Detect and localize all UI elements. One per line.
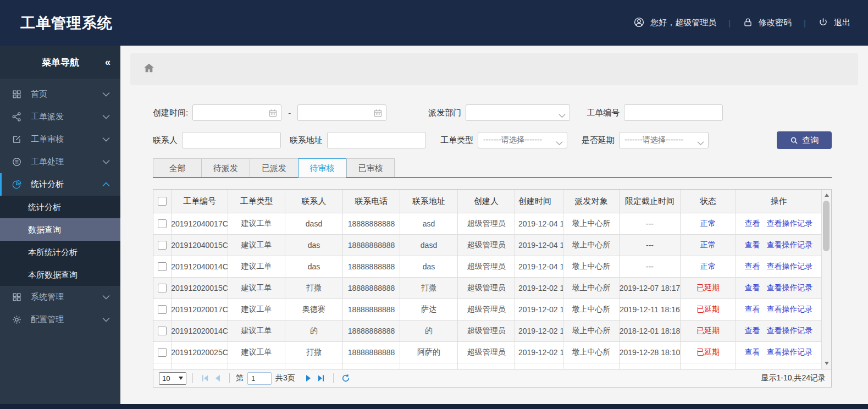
view-link[interactable]: 查看: [745, 219, 760, 229]
page-size-select[interactable]: 10: [159, 372, 186, 385]
scroll-down-icon[interactable]: [822, 360, 831, 367]
view-log-link[interactable]: 查看操作记录: [767, 326, 813, 336]
scroll-up-icon[interactable]: [822, 191, 831, 199]
view-log-link[interactable]: 查看操作记录: [767, 240, 813, 250]
tab-待派发[interactable]: 待派发: [201, 158, 250, 178]
address-input[interactable]: [327, 132, 426, 148]
select-all-checkbox[interactable]: [158, 197, 167, 206]
sidebar-item-配置管理[interactable]: 配置管理: [0, 308, 120, 331]
cell-phone: 18888888888: [343, 256, 400, 277]
view-link[interactable]: 查看: [745, 240, 760, 250]
sidebar-submenu: 统计分析数据查询本所统计分析本所数据查询: [0, 196, 120, 286]
row-checkbox[interactable]: [158, 262, 167, 271]
contact-input[interactable]: [182, 132, 281, 148]
tab-已派发[interactable]: 已派发: [250, 158, 298, 178]
cell-phone: 18888888888: [343, 342, 400, 363]
home-icon[interactable]: [143, 62, 155, 76]
cell-create_time: 2019-12-04 15: [515, 235, 563, 256]
change-password-button[interactable]: 修改密码: [743, 17, 792, 29]
sidebar-subitem-数据查询[interactable]: 数据查询: [0, 218, 120, 241]
view-link[interactable]: 查看: [745, 347, 760, 357]
sidebar-subitem-统计分析[interactable]: 统计分析: [0, 196, 120, 218]
row-checkbox[interactable]: [158, 284, 167, 292]
sidebar-collapse-icon[interactable]: «: [105, 57, 109, 68]
prev-page-button[interactable]: [211, 372, 223, 384]
page-number-input[interactable]: [247, 372, 272, 385]
view-log-link[interactable]: 查看操作记录: [767, 219, 813, 229]
cell-actions: 查看查看操作记录: [736, 299, 821, 320]
sidebar-item-工单审核[interactable]: 工单审核: [0, 128, 120, 151]
column-header: 工单编号: [172, 190, 228, 213]
view-link[interactable]: 查看: [745, 283, 760, 293]
user-greeting[interactable]: 您好，超级管理员: [633, 16, 716, 30]
page-prefix: 第: [236, 373, 244, 383]
row-checkbox[interactable]: [158, 327, 167, 335]
column-header: 派发对象: [563, 190, 620, 213]
gear-icon: [12, 314, 23, 325]
calendar-icon[interactable]: [373, 108, 383, 119]
refresh-button[interactable]: [340, 372, 352, 384]
view-log-link[interactable]: 查看操作记录: [767, 262, 813, 272]
view-link[interactable]: 查看: [745, 305, 760, 314]
table-scrollbar[interactable]: [821, 190, 831, 369]
next-page-button[interactable]: [303, 372, 315, 384]
sidebar-item-工单处理[interactable]: 工单处理: [0, 151, 120, 173]
create-time-end-wrap: [297, 104, 386, 121]
tab-已审核[interactable]: 已审核: [346, 158, 395, 178]
column-header: 工单类型: [228, 190, 285, 213]
cell-create_time: 2019-12-02 17: [515, 299, 563, 320]
row-checkbox[interactable]: [158, 348, 167, 357]
dispatch-dept-select[interactable]: [466, 104, 570, 121]
cell-deadline: 2019-12-11 18:16: [620, 299, 681, 320]
logout-button[interactable]: 退出: [818, 17, 850, 29]
orders-table: 工单编号工单类型联系人联系电话联系地址创建人创建时间派发对象限定截止时间状态操作…: [153, 189, 832, 369]
tab-全部[interactable]: 全部: [153, 158, 201, 178]
search-button[interactable]: 查询: [777, 131, 832, 149]
sidebar-item-系统管理[interactable]: 系统管理: [0, 286, 120, 308]
order-no-input[interactable]: [624, 104, 723, 121]
sidebar-item-首页[interactable]: 首页: [0, 83, 120, 106]
cell-dispatch_target: 墩上中心所: [563, 342, 620, 363]
sidebar-item-工单派发[interactable]: 工单派发: [0, 106, 120, 128]
view-link[interactable]: 查看: [745, 262, 760, 272]
sidebar-subitem-本所统计分析[interactable]: 本所统计分析: [0, 241, 120, 263]
cell-address: das: [400, 256, 458, 277]
row-checkbox-cell: [153, 299, 172, 320]
cell-contact: dasd: [285, 213, 343, 234]
cell-actions: 查看查看操作记录: [736, 213, 821, 234]
status-badge: 正常: [681, 235, 736, 256]
view-log-link[interactable]: 查看操作记录: [767, 347, 813, 357]
pie-icon: [12, 179, 23, 190]
row-checkbox[interactable]: [158, 305, 167, 314]
column-header: 状态: [681, 190, 736, 213]
filter-row-1: 创建时间: -: [153, 104, 832, 121]
sidebar-item-label: 工单审核: [31, 134, 64, 145]
app-window: 工单管理系统 您好，超级管理员 | 修改密码: [0, 0, 868, 409]
process-icon: [12, 157, 23, 168]
table-row: 201912020014C建议工单的18888888888的超级管理员2019-…: [153, 320, 821, 342]
table-row: 201912040017C建议工单dasd18888888888asd超级管理员…: [153, 213, 821, 235]
row-checkbox-cell: [153, 235, 172, 256]
first-page-button[interactable]: [199, 372, 211, 384]
row-checkbox[interactable]: [158, 241, 167, 250]
sidebar-item-统计分析[interactable]: 统计分析: [0, 173, 120, 196]
order-type-select[interactable]: -------请选择-------: [478, 132, 567, 148]
status-badge: 正常: [681, 213, 736, 234]
chevron-down-icon: [697, 138, 704, 147]
row-checkbox[interactable]: [158, 219, 167, 228]
calendar-icon[interactable]: [268, 108, 278, 119]
last-page-button[interactable]: [315, 372, 327, 384]
cell-address: 阿萨的: [400, 342, 458, 363]
view-link[interactable]: 查看: [745, 326, 760, 336]
sidebar-subitem-本所数据查询[interactable]: 本所数据查询: [0, 263, 120, 286]
scrollbar-thumb[interactable]: [823, 201, 830, 251]
order-no-label: 工单编号: [587, 108, 620, 118]
cell-create_time: 2019-12-02 17: [515, 342, 563, 363]
row-checkbox-cell: [153, 213, 172, 234]
view-log-link[interactable]: 查看操作记录: [767, 283, 813, 293]
status-badge: 已延期: [681, 342, 736, 363]
sidebar-menu: 首页工单派发工单审核工单处理统计分析统计分析数据查询本所统计分析本所数据查询系统…: [0, 79, 120, 331]
view-log-link[interactable]: 查看操作记录: [767, 305, 813, 314]
delay-select[interactable]: -------请选择-------: [619, 132, 709, 148]
tab-待审核[interactable]: 待审核: [298, 158, 346, 178]
